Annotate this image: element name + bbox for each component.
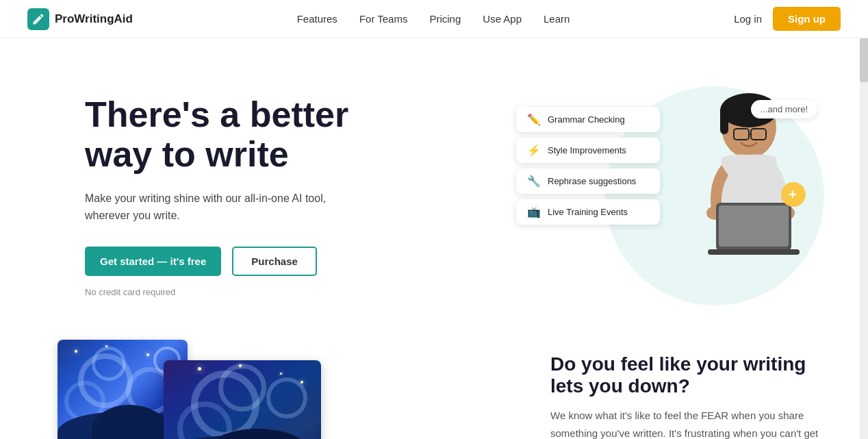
pencil-icon: ✏️ <box>527 113 541 126</box>
section2-content: Do you feel like your writing lets you d… <box>550 340 838 439</box>
svg-text:+: + <box>789 187 797 202</box>
svg-rect-2 <box>720 107 728 134</box>
hero-section: There's a better way to write Make your … <box>3 38 865 340</box>
lightning-icon: ⚡ <box>527 144 541 157</box>
feature-card-style: ⚡ Style Improvements <box>516 138 660 163</box>
purchase-button[interactable]: Purchase <box>232 247 317 276</box>
svg-rect-9 <box>719 205 789 247</box>
get-started-button[interactable]: Get started — it's free <box>85 247 221 276</box>
scrollbar-track[interactable] <box>860 0 868 439</box>
logo-svg <box>31 12 45 26</box>
hero-subtitle: Make your writing shine with our all-in-… <box>85 190 348 225</box>
no-credit-card-note: No credit card required <box>85 287 348 297</box>
nav-features[interactable]: Features <box>297 13 337 25</box>
person-illustration: + <box>660 86 817 305</box>
and-more-bubble: ...and more! <box>751 100 817 118</box>
art-illustration: My idea in my head <box>58 340 331 439</box>
tv-icon: 📺 <box>527 205 541 218</box>
section2-text: We know what it's like to feel the FEAR … <box>550 407 838 439</box>
section2-title: Do you feel like your writing lets you d… <box>550 353 838 397</box>
feature-cards: ✏️ Grammar Checking ⚡ Style Improvements… <box>516 107 660 225</box>
feature-card-rephrase: 🔧 Rephrase suggestions <box>516 168 660 194</box>
nav-for-teams[interactable]: For Teams <box>359 13 408 25</box>
section2: My idea in my head Do you feel like your… <box>3 340 865 439</box>
logo-text: ProWritingAid <box>55 12 133 26</box>
nav-pricing[interactable]: Pricing <box>429 13 461 25</box>
login-link[interactable]: Log in <box>734 13 762 25</box>
feature-card-grammar: ✏️ Grammar Checking <box>516 107 660 132</box>
hero-title: There's a better way to write <box>85 95 348 174</box>
logo-icon <box>27 8 49 30</box>
hero-illustration: ...and more! ✏️ Grammar Checking ⚡ Style… <box>509 79 838 312</box>
hero-left: There's a better way to write Make your … <box>85 95 348 297</box>
nav-right: Log in Sign up <box>734 7 841 31</box>
svg-rect-10 <box>708 249 800 255</box>
art-image-2 <box>164 360 321 439</box>
hero-buttons: Get started — it's free Purchase <box>85 247 348 276</box>
feature-card-training: 📺 Live Training Events <box>516 199 660 225</box>
nav-links: Features For Teams Pricing Use App Learn <box>297 13 570 25</box>
logo-link[interactable]: ProWritingAid <box>27 8 133 30</box>
signup-button[interactable]: Sign up <box>773 7 841 31</box>
navbar: ProWritingAid Features For Teams Pricing… <box>0 0 868 38</box>
nav-use-app[interactable]: Use App <box>483 13 522 25</box>
nav-learn[interactable]: Learn <box>544 13 570 25</box>
wrench-icon: 🔧 <box>527 175 541 188</box>
